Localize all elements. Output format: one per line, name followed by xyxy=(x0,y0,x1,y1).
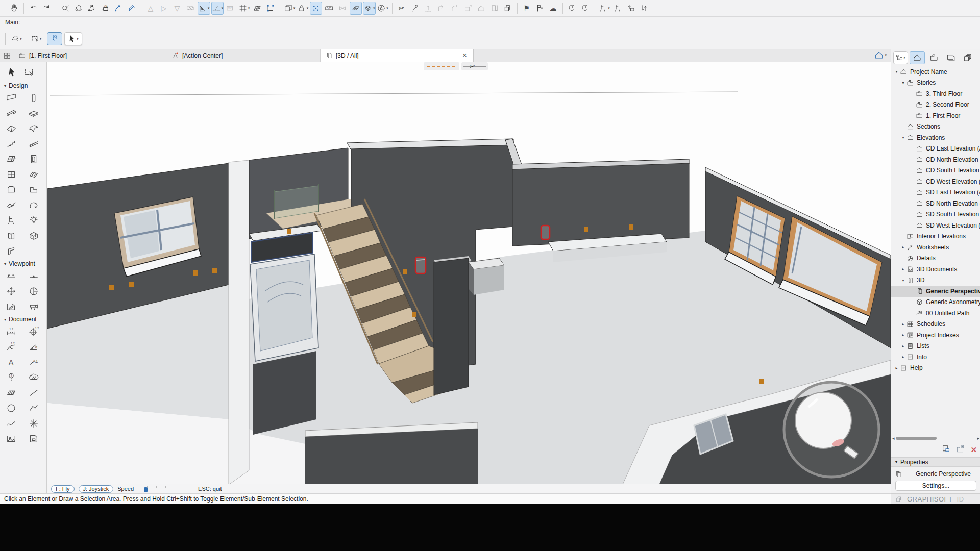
edit-mesh-icon[interactable] xyxy=(86,2,98,15)
cabinet[interactable] xyxy=(469,258,504,295)
open-in-icon[interactable] xyxy=(488,2,501,15)
tool-roof[interactable] xyxy=(1,121,21,136)
orbit-icon[interactable] xyxy=(72,2,85,15)
quad-view-icon[interactable] xyxy=(0,49,14,62)
tool-interior-elevation[interactable] xyxy=(1,284,21,299)
tool-text[interactable] xyxy=(1,355,21,370)
tree-item-cd-south-elevation[interactable]: CD South Elevation (Au xyxy=(891,165,980,177)
tree-item-generic-axonometry[interactable]: Generic Axonometry xyxy=(891,297,980,308)
3d-viewport[interactable]: ✂ F: Fly J: Joystick Speed ESC: quit xyxy=(47,62,891,493)
tool-elevation[interactable] xyxy=(23,268,44,284)
toolbox-section-design[interactable]: ▾Design xyxy=(0,81,46,90)
toolbox-section-viewpoint[interactable]: ▾Viewpoint xyxy=(0,259,46,268)
joystick-mode-button[interactable]: J: Joystick xyxy=(79,485,114,493)
navigate-story-icon[interactable]: ▷ xyxy=(158,2,170,15)
tree-item-sd-south-elevation[interactable]: SD South Elevation (Au xyxy=(891,209,980,220)
marquee-draw-button[interactable]: ▸ xyxy=(8,32,26,45)
go-up-story-icon[interactable]: △ xyxy=(144,2,157,15)
scroll-left-icon[interactable]: ◂ xyxy=(892,436,895,441)
element-snap-icon[interactable] xyxy=(264,2,277,15)
tree-item-generic-perspective[interactable]: Generic Perspective xyxy=(891,286,980,297)
named-view-icon[interactable] xyxy=(99,2,111,15)
fly-navigation-overlay[interactable] xyxy=(784,382,879,477)
tool-angle-dimension[interactable] xyxy=(23,339,44,355)
tool-spline[interactable] xyxy=(1,416,21,431)
tree-item-worksheets[interactable]: ▸Worksheets xyxy=(891,242,980,253)
tree-item-details[interactable]: Details xyxy=(891,253,980,264)
undo-icon[interactable] xyxy=(27,2,39,15)
redo-icon[interactable] xyxy=(40,2,53,15)
object-settings-icon[interactable]: ▾ xyxy=(598,2,610,15)
speed-slider[interactable] xyxy=(138,486,194,491)
layout-book-tab[interactable] xyxy=(943,51,959,64)
tree-item-project-name[interactable]: ▾Project Name xyxy=(891,66,980,78)
project-map-tab[interactable] xyxy=(910,51,925,64)
marquee-tool[interactable] xyxy=(22,64,36,80)
tool-fill[interactable] xyxy=(1,385,21,400)
multiply-icon[interactable] xyxy=(502,2,514,15)
tool-line[interactable] xyxy=(23,385,44,400)
tool-figure[interactable] xyxy=(1,431,21,446)
flag-list-icon[interactable] xyxy=(534,2,546,15)
favorites-apply-icon[interactable] xyxy=(566,2,578,15)
graphisoft-id-bar[interactable]: GRAPHISOFT ID xyxy=(891,493,980,505)
wall-extras-icon[interactable] xyxy=(475,2,487,15)
tool-morph[interactable] xyxy=(23,197,44,213)
raise-element-icon[interactable] xyxy=(625,2,637,15)
resize-icon[interactable] xyxy=(462,2,474,15)
tool-beam[interactable] xyxy=(1,106,21,121)
zoom-to-selection-icon[interactable] xyxy=(59,2,71,15)
tree-item-stories[interactable]: ▾Stories xyxy=(891,78,980,89)
project-chooser-button[interactable]: ▸ xyxy=(893,51,908,64)
intersect-icon[interactable] xyxy=(435,2,448,15)
tree-item-sd-north-elevation[interactable]: SD North Elevation (Au xyxy=(891,198,980,209)
tool-label[interactable] xyxy=(23,355,44,370)
tool-polyline[interactable] xyxy=(23,400,44,416)
object-schedule-icon[interactable] xyxy=(611,2,624,15)
scroll-right-icon[interactable]: ▸ xyxy=(977,436,979,441)
delete-icon[interactable]: ✕ xyxy=(970,445,977,455)
tool-drawing[interactable] xyxy=(23,431,44,446)
marquee-select-button[interactable]: ▸ xyxy=(28,32,45,45)
tree-item-first-floor[interactable]: 1. First Floor xyxy=(891,110,980,121)
tool-callout[interactable] xyxy=(1,370,21,385)
tool-section[interactable] xyxy=(1,268,21,284)
tool-wall-end[interactable] xyxy=(1,243,21,259)
inject-parameters-icon[interactable] xyxy=(126,2,138,15)
split-icon[interactable]: ✂ xyxy=(396,2,408,15)
cut-wall-divider[interactable] xyxy=(229,160,249,485)
select-arrow-tool[interactable] xyxy=(5,64,18,80)
tool-object[interactable] xyxy=(1,213,21,228)
tree-item-cd-west-elevation[interactable]: CD West Elevation (Aut xyxy=(891,176,980,187)
fire-extinguisher-cabinet-1[interactable] xyxy=(415,257,426,273)
tool-shell[interactable] xyxy=(23,121,44,136)
tree-item-interior-elevations[interactable]: Interior Elevations xyxy=(891,231,980,242)
pillar[interactable] xyxy=(434,256,472,395)
door[interactable] xyxy=(250,254,318,361)
tree-item-untitled-path[interactable]: 00 Untitled Path xyxy=(891,308,980,319)
tree-item-lists[interactable]: ▸Lists xyxy=(891,341,980,352)
pan-icon[interactable] xyxy=(8,2,20,15)
tree-item-sections[interactable]: Sections xyxy=(891,121,980,133)
tree-item-help[interactable]: ▸Help xyxy=(891,363,980,374)
fire-extinguisher-cabinet-2[interactable] xyxy=(541,226,550,239)
tool-worksheet[interactable] xyxy=(23,284,44,299)
toolbox-section-document[interactable]: ▾Document xyxy=(0,314,46,324)
tool-slab[interactable] xyxy=(23,106,44,121)
navigator-horizontal-scrollbar[interactable]: ◂ ▸ xyxy=(892,435,979,441)
tool-grid-element[interactable] xyxy=(23,228,44,243)
tool-camera[interactable] xyxy=(23,299,44,314)
tab-close-icon[interactable]: ✕ xyxy=(460,52,469,59)
tool-dimension[interactable] xyxy=(1,324,21,339)
coordinates-icon[interactable] xyxy=(225,2,237,15)
navigation-preset-icon[interactable]: ▾ xyxy=(377,2,389,15)
tool-stair[interactable] xyxy=(1,136,21,152)
tree-item-sd-east-elevation[interactable]: SD East Elevation (Auto xyxy=(891,187,980,198)
settings-button[interactable]: Settings... xyxy=(895,481,976,491)
guide-lines-toggle[interactable]: ▾ xyxy=(198,2,210,15)
fly-mode-button[interactable]: F: Fly xyxy=(51,485,75,493)
snap-guides-toggle[interactable]: ▾ xyxy=(211,2,224,15)
tool-zone[interactable] xyxy=(23,182,44,197)
tab-3d-all[interactable]: [3D / All] ✕ xyxy=(321,49,474,62)
tree-item-cd-east-elevation[interactable]: CD East Elevation (Auto xyxy=(891,143,980,155)
